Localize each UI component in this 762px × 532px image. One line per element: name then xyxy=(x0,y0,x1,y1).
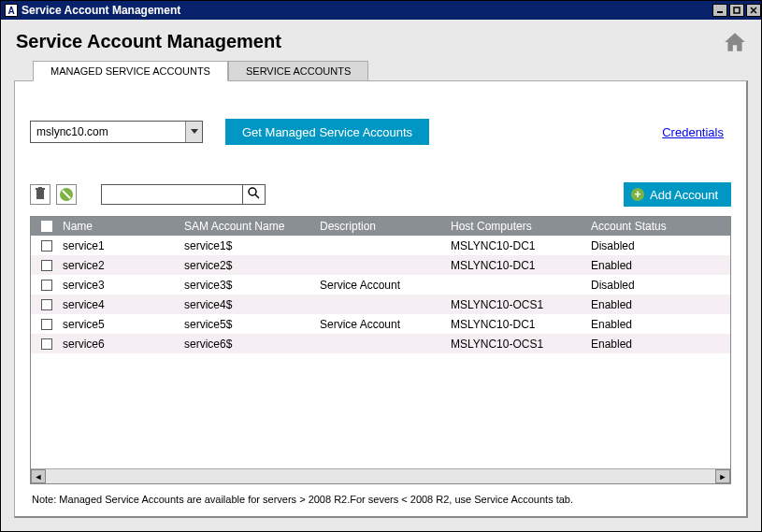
cell-sam: service6$ xyxy=(179,338,314,351)
accounts-table: Name SAM Account Name Description Host C… xyxy=(30,216,731,484)
cell-host: MSLYNC10-OCS1 xyxy=(445,338,585,351)
home-icon[interactable] xyxy=(722,30,748,58)
search-input[interactable] xyxy=(102,185,242,204)
window-controls xyxy=(711,4,761,17)
cell-description: Service Account xyxy=(314,279,445,292)
scroll-right-icon[interactable]: ► xyxy=(715,469,730,483)
row-checkbox[interactable] xyxy=(41,338,52,350)
cell-name: service1 xyxy=(57,239,179,252)
tab-bar: MANAGED SERVICE ACCOUNTS SERVICE ACCOUNT… xyxy=(33,60,748,80)
header-host[interactable]: Host Computers xyxy=(445,220,585,233)
select-all-checkbox[interactable] xyxy=(41,221,52,232)
cell-host: MSLYNC10-DC1 xyxy=(445,239,585,252)
cell-status: Enabled xyxy=(585,318,730,331)
cell-sam: service3$ xyxy=(179,279,314,292)
app-icon: A xyxy=(5,4,18,17)
delete-button[interactable] xyxy=(30,184,50,205)
svg-line-9 xyxy=(255,194,259,198)
cell-status: Disabled xyxy=(585,279,730,292)
domain-select-dropdown-icon[interactable] xyxy=(185,122,202,142)
cell-status: Enabled xyxy=(585,298,730,311)
row-checkbox[interactable] xyxy=(41,280,52,291)
cell-sam: service1$ xyxy=(179,239,314,252)
plus-icon: + xyxy=(631,188,644,201)
header-description[interactable]: Description xyxy=(314,220,445,233)
table-row[interactable]: service3service3$Service AccountDisabled xyxy=(31,275,730,295)
get-managed-accounts-button[interactable]: Get Managed Service Accounts xyxy=(225,119,429,145)
svg-rect-1 xyxy=(734,7,740,13)
row-checkbox-cell xyxy=(31,280,57,291)
header-name[interactable]: Name xyxy=(57,220,179,233)
cell-sam: service2$ xyxy=(179,259,314,272)
horizontal-scrollbar[interactable]: ◄ ► xyxy=(31,468,730,483)
table-body: service1service1$MSLYNC10-DC1Disabledser… xyxy=(31,236,730,468)
table-row[interactable]: service1service1$MSLYNC10-DC1Disabled xyxy=(31,236,730,255)
header-status[interactable]: Account Status xyxy=(585,220,730,233)
cell-host: MSLYNC10-DC1 xyxy=(445,318,585,331)
table-row[interactable]: service2service2$MSLYNC10-DC1Enabled xyxy=(31,255,730,275)
minimize-button[interactable] xyxy=(712,4,727,17)
row-checkbox-cell xyxy=(31,338,57,350)
table-row[interactable]: service4service4$MSLYNC10-OCS1Enabled xyxy=(31,295,730,314)
top-controls-row: mslync10.com Get Managed Service Account… xyxy=(30,119,731,145)
cell-name: service6 xyxy=(57,338,179,351)
header-sam[interactable]: SAM Account Name xyxy=(179,220,314,233)
add-account-label: Add Account xyxy=(650,188,718,202)
cell-host: MSLYNC10-DC1 xyxy=(445,259,585,272)
cell-description: Service Account xyxy=(314,318,445,331)
cell-name: service5 xyxy=(57,318,179,331)
scroll-left-icon[interactable]: ◄ xyxy=(31,469,46,483)
row-checkbox[interactable] xyxy=(41,319,52,330)
search-field-wrap xyxy=(101,184,266,205)
cell-host: MSLYNC10-OCS1 xyxy=(445,298,585,311)
add-account-button[interactable]: + Add Account xyxy=(624,182,731,207)
search-icon xyxy=(248,186,260,203)
cell-sam: service4$ xyxy=(179,298,314,311)
cell-status: Enabled xyxy=(585,338,730,351)
credentials-link[interactable]: Credentials xyxy=(662,125,724,139)
table-row[interactable]: service6service6$MSLYNC10-OCS1Enabled xyxy=(31,334,730,353)
table-row[interactable]: service5service5$Service AccountMSLYNC10… xyxy=(31,314,730,334)
footer-note: Note: Managed Service Accounts are avail… xyxy=(32,494,731,505)
svg-rect-5 xyxy=(36,190,44,199)
disable-icon xyxy=(60,188,73,201)
domain-select[interactable]: mslync10.com xyxy=(30,121,203,143)
app-window: A Service Account Management Service Acc… xyxy=(0,0,762,532)
svg-rect-7 xyxy=(38,187,42,188)
content-area: Service Account Management MANAGED SERVI… xyxy=(1,20,761,531)
cell-name: service2 xyxy=(57,259,179,272)
search-button[interactable] xyxy=(242,185,265,204)
svg-point-8 xyxy=(249,188,256,195)
header-row: Service Account Management xyxy=(14,27,748,60)
cell-name: service4 xyxy=(57,298,179,311)
main-panel: mslync10.com Get Managed Service Account… xyxy=(14,80,748,518)
disable-button[interactable] xyxy=(56,184,77,205)
titlebar: A Service Account Management xyxy=(1,1,761,20)
row-checkbox-cell xyxy=(31,260,57,271)
row-checkbox-cell xyxy=(31,319,57,330)
toolbar-row: + Add Account xyxy=(30,182,731,207)
scroll-track[interactable] xyxy=(46,469,715,483)
close-button[interactable] xyxy=(746,4,761,17)
svg-marker-4 xyxy=(191,129,198,134)
trash-icon xyxy=(35,187,46,203)
table-header: Name SAM Account Name Description Host C… xyxy=(31,217,730,236)
cell-name: service3 xyxy=(57,279,179,292)
row-checkbox[interactable] xyxy=(41,240,52,252)
cell-sam: service5$ xyxy=(179,318,314,331)
row-checkbox-cell xyxy=(31,299,57,310)
cell-status: Enabled xyxy=(585,259,730,272)
tab-service-accounts[interactable]: SERVICE ACCOUNTS xyxy=(228,61,368,81)
tab-managed-service-accounts[interactable]: MANAGED SERVICE ACCOUNTS xyxy=(33,61,228,81)
cell-status: Disabled xyxy=(585,239,730,252)
row-checkbox[interactable] xyxy=(41,260,52,271)
row-checkbox[interactable] xyxy=(41,299,52,310)
header-checkbox-cell xyxy=(31,221,57,232)
window-title: Service Account Management xyxy=(22,4,711,17)
row-checkbox-cell xyxy=(31,240,57,252)
domain-select-value: mslync10.com xyxy=(31,125,185,138)
page-title: Service Account Management xyxy=(16,31,281,52)
svg-rect-6 xyxy=(36,188,45,190)
maximize-button[interactable] xyxy=(729,4,744,17)
